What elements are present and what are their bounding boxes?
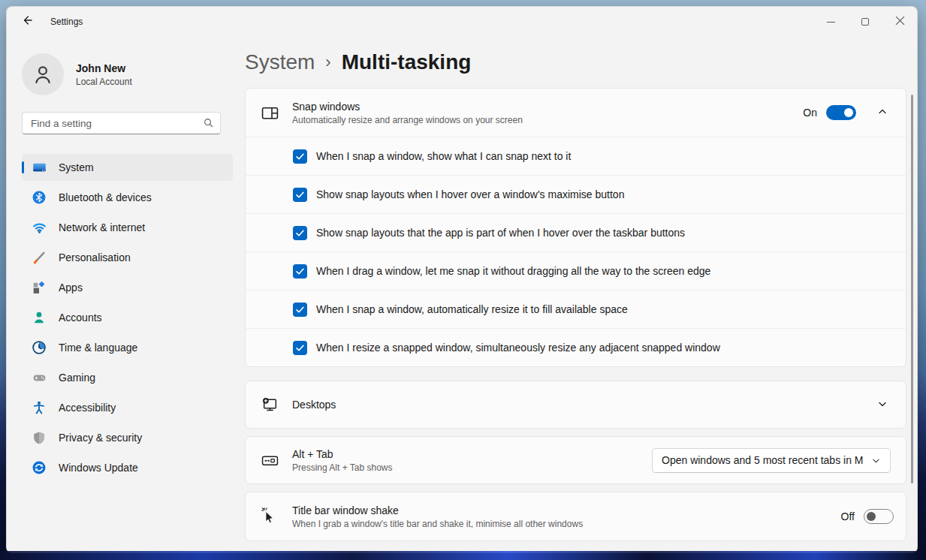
sidebar-item-apps[interactable]: Apps xyxy=(22,274,233,301)
breadcrumb-separator-icon: › xyxy=(325,53,330,72)
sidebar-item-gaming[interactable]: Gaming xyxy=(22,364,233,391)
minimize-button[interactable] xyxy=(813,7,848,37)
title-bar-shake-toggle[interactable] xyxy=(864,509,894,524)
account-summary[interactable]: John New Local Account xyxy=(22,53,233,95)
title-bar-shake-state: Off xyxy=(841,510,855,522)
chevron-down-icon xyxy=(872,456,880,465)
snap-windows-collapse-button[interactable] xyxy=(871,101,894,124)
snap-option-label: Show snap layouts that the app is part o… xyxy=(316,227,685,239)
snap-windows-icon xyxy=(261,104,279,122)
sidebar-item-label: Accessibility xyxy=(59,402,116,414)
title-bar-shake-subtitle: When I grab a window's title bar and sha… xyxy=(292,519,841,529)
gaming-icon xyxy=(32,370,47,385)
user-name: John New xyxy=(76,62,132,74)
sidebar-item-label: Accounts xyxy=(59,312,102,324)
chevron-up-icon xyxy=(878,106,887,119)
breadcrumb-system-link[interactable]: System xyxy=(245,50,315,74)
sidebar-item-accounts[interactable]: Accounts xyxy=(22,304,233,331)
title-bar-shake-row: Title bar window shake When I grab a win… xyxy=(246,492,906,540)
titlebar: Settings xyxy=(7,7,917,37)
sidebar-item-label: Personalisation xyxy=(59,251,131,263)
accessibility-icon xyxy=(32,400,47,415)
desktops-card: Desktops xyxy=(245,381,906,429)
sidebar-item-label: Gaming xyxy=(59,372,95,384)
snap-option-row[interactable]: Show snap layouts when I hover over a wi… xyxy=(246,175,906,213)
maximize-button[interactable] xyxy=(848,7,882,37)
title-bar-shake-card: Title bar window shake When I grab a win… xyxy=(245,492,906,541)
snap-option-label: When I snap a window, automatically resi… xyxy=(316,303,628,315)
checkbox-checked-icon[interactable] xyxy=(293,149,307,164)
alt-tab-dropdown[interactable]: Open windows and 5 most recent tabs in M xyxy=(652,448,891,473)
sidebar-item-label: Time & language xyxy=(59,342,137,354)
alt-tab-subtitle: Pressing Alt + Tab shows xyxy=(292,462,652,473)
avatar xyxy=(22,53,64,95)
snap-windows-toggle[interactable] xyxy=(826,105,856,120)
checkbox-checked-icon[interactable] xyxy=(293,188,307,202)
sidebar-item-personalisation[interactable]: Personalisation xyxy=(22,244,233,271)
back-button[interactable] xyxy=(11,8,43,35)
privacy-security-icon xyxy=(32,430,47,445)
sidebar-item-network-internet[interactable]: Network & internet xyxy=(22,214,233,241)
sidebar-item-system[interactable]: System xyxy=(22,154,233,181)
sidebar-item-privacy-security[interactable]: Privacy & security xyxy=(22,424,233,451)
snap-windows-card: Snap windows Automatically resize and ar… xyxy=(245,88,906,367)
breadcrumb: System › Multi-tasking xyxy=(245,50,906,74)
back-arrow-icon xyxy=(21,14,33,29)
maximize-icon xyxy=(861,18,869,26)
sidebar: John New Local Account System xyxy=(7,37,245,553)
desktops-expand-button[interactable] xyxy=(871,393,894,416)
close-button[interactable] xyxy=(882,7,917,37)
sidebar-item-bluetooth-devices[interactable]: Bluetooth & devices xyxy=(22,184,233,211)
title-bar-shake-title: Title bar window shake xyxy=(292,504,841,516)
close-icon xyxy=(895,15,905,29)
sidebar-item-label: System xyxy=(59,161,94,173)
apps-icon xyxy=(32,280,47,295)
desktops-icon xyxy=(261,396,279,414)
desktops-header[interactable]: Desktops xyxy=(246,381,906,428)
window-title: Settings xyxy=(50,17,83,27)
search-box xyxy=(22,112,221,134)
snap-option-row[interactable]: Show snap layouts that the app is part o… xyxy=(246,213,906,251)
search-icon xyxy=(203,117,214,131)
time-language-icon xyxy=(32,340,47,355)
accounts-icon xyxy=(32,310,47,325)
checkbox-checked-icon[interactable] xyxy=(293,303,307,317)
sidebar-item-label: Bluetooth & devices xyxy=(59,191,152,203)
windows-update-icon xyxy=(32,460,47,475)
snap-windows-subtitle: Automatically resize and arrange windows… xyxy=(292,115,803,125)
system-icon xyxy=(32,160,47,175)
desktops-title: Desktops xyxy=(292,399,856,411)
snap-option-label: When I drag a window, let me snap it wit… xyxy=(316,265,710,277)
snap-windows-title: Snap windows xyxy=(292,101,803,113)
network-icon xyxy=(32,220,47,235)
main-content: System › Multi-tasking Snap windows Auto… xyxy=(245,37,917,553)
checkbox-checked-icon[interactable] xyxy=(293,341,307,355)
snap-windows-header[interactable]: Snap windows Automatically resize and ar… xyxy=(246,89,906,137)
sidebar-item-label: Apps xyxy=(59,282,83,294)
checkbox-checked-icon[interactable] xyxy=(293,226,307,240)
snap-option-label: When I resize a snapped window, simultan… xyxy=(316,342,720,354)
user-account-type: Local Account xyxy=(76,77,132,87)
checkbox-checked-icon[interactable] xyxy=(293,264,307,278)
vertical-scrollbar[interactable] xyxy=(911,95,913,483)
sidebar-item-accessibility[interactable]: Accessibility xyxy=(22,394,233,421)
page-title: Multi-tasking xyxy=(342,50,472,74)
alt-tab-icon xyxy=(261,452,279,469)
snap-windows-state: On xyxy=(803,107,817,119)
snap-option-label: When I snap a window, show what I can sn… xyxy=(316,150,571,162)
snap-option-row[interactable]: When I resize a snapped window, simultan… xyxy=(246,328,906,366)
snap-option-row[interactable]: When I snap a window, automatically resi… xyxy=(246,290,906,328)
bluetooth-icon xyxy=(32,190,47,205)
sidebar-item-label: Network & internet xyxy=(59,221,145,233)
personalisation-icon xyxy=(32,250,47,265)
minimize-icon xyxy=(827,22,835,23)
snap-option-row[interactable]: When I snap a window, show what I can sn… xyxy=(246,137,906,175)
settings-window: Settings John New Local Account xyxy=(6,6,918,553)
alt-tab-dropdown-value: Open windows and 5 most recent tabs in M xyxy=(662,454,863,466)
sidebar-item-label: Windows Update xyxy=(59,462,138,474)
snap-option-row[interactable]: When I drag a window, let me snap it wit… xyxy=(246,251,906,290)
sidebar-item-windows-update[interactable]: Windows Update xyxy=(22,454,233,481)
sidebar-item-time-language[interactable]: Time & language xyxy=(22,334,233,361)
sidebar-item-label: Privacy & security xyxy=(59,432,142,444)
search-input[interactable] xyxy=(22,112,221,134)
